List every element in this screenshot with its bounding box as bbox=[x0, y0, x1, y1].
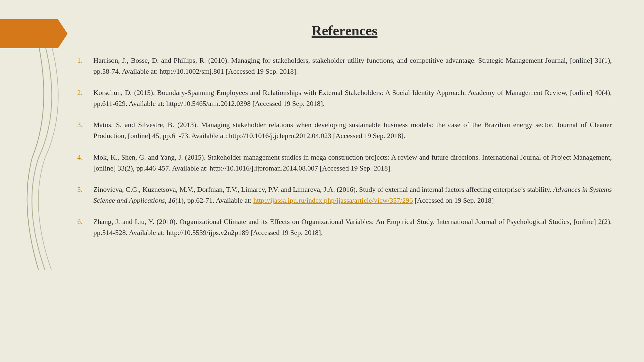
page-title: References bbox=[77, 23, 612, 39]
ref-5-after: (1), pp.62-71. Available at: bbox=[175, 196, 253, 204]
ref-number-5: 5. bbox=[77, 184, 93, 206]
reference-item-1: 1. Harrison, J., Bosse, D. and Phillips,… bbox=[77, 55, 612, 77]
reference-item-2: 2. Korschun, D. (2015). Boundary-Spannin… bbox=[77, 87, 612, 109]
ref-number-2: 2. bbox=[77, 87, 93, 109]
reference-item-5: 5. Zinovieva, C.G., Kuznetsova, M.V., Do… bbox=[77, 184, 612, 206]
reference-item-3: 3. Matos, S. and Silvestre, B. (2013). M… bbox=[77, 119, 612, 141]
ref-text-5: Zinovieva, C.G., Kuznetsova, M.V., Dorfm… bbox=[93, 184, 612, 206]
ref-number-6: 6. bbox=[77, 216, 93, 238]
ref-number-1: 1. bbox=[77, 55, 93, 77]
ref-5-before: Zinovieva, C.G., Kuznetsova, M.V., Dorfm… bbox=[93, 185, 553, 193]
references-list: 1. Harrison, J., Bosse, D. and Phillips,… bbox=[77, 55, 612, 238]
ref-text-6: Zhang, J. and Liu, Y. (2010). Organizati… bbox=[93, 216, 612, 238]
ref-5-link[interactable]: http://ijassa.ipu.ru/index.php/ijassa/ar… bbox=[253, 196, 413, 204]
reference-item-4: 4. Mok, K., Shen, G. and Yang, J. (2015)… bbox=[77, 152, 612, 174]
ref-5-middle: , bbox=[165, 196, 168, 204]
orange-arrow-decoration bbox=[0, 19, 68, 48]
svg-marker-0 bbox=[0, 19, 68, 48]
ref-number-4: 4. bbox=[77, 152, 93, 174]
ref-number-3: 3. bbox=[77, 119, 93, 141]
ref-text-2: Korschun, D. (2015). Boundary-Spanning E… bbox=[93, 87, 612, 109]
ref-text-4: Mok, K., Shen, G. and Yang, J. (2015). S… bbox=[93, 152, 612, 174]
ref-5-end: [Accessed on 19 Sep. 2018] bbox=[413, 196, 494, 204]
ref-text-1: Harrison, J., Bosse, D. and Phillips, R.… bbox=[93, 55, 612, 77]
ref-text-3: Matos, S. and Silvestre, B. (2013). Mana… bbox=[93, 119, 612, 141]
reference-item-6: 6. Zhang, J. and Liu, Y. (2010). Organiz… bbox=[77, 216, 612, 238]
ref-5-bold-italic: 16 bbox=[168, 196, 175, 204]
content-area: References 1. Harrison, J., Bosse, D. an… bbox=[64, 19, 625, 349]
